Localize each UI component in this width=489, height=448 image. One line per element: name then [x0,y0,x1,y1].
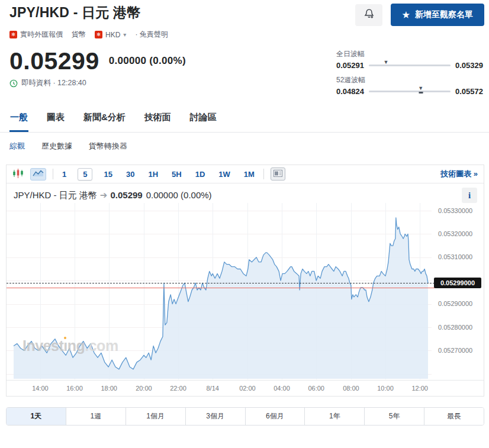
main-tabs: 一般圖表新聞&分析技術面討論區 [0,112,489,133]
price-block: 0.05299 0.00000 (0.00%) 即時資料 · 12:28:40 [9,48,186,96]
tab-新聞&分析[interactable]: 新聞&分析 [83,112,126,132]
x-axis-label: 8/14 [200,385,226,392]
interval-1[interactable]: 1 [60,168,69,181]
header-actions: ★ 新增至觀察名單 [355,4,484,26]
x-axis-label: 22:00 [165,385,191,392]
x-axis-label: 14:00 [27,385,53,392]
y-axis-label: 0.05290000 [438,300,472,307]
x-axis-label: 02:00 [234,385,260,392]
x-axis-label: 18:00 [96,385,122,392]
area-chart-button[interactable] [30,168,46,181]
page-title: JPY/HKD - 日元 港幣 [9,4,141,22]
toolbar-divider [53,169,53,179]
add-to-watchlist-button[interactable]: ★ 新增至觀察名單 [391,4,484,26]
x-axis-label: 04:00 [269,385,295,392]
chevron-down-icon: ▾ [123,31,126,38]
week52-range-bar: ▼ [369,91,451,92]
daily-range-bar: ▼ [369,65,451,66]
timeframe-1週[interactable]: 1週 [66,408,126,425]
week52-range-marker: ▼ [418,86,423,94]
current-price-badge: 0.05299000 [434,278,481,288]
legend-price: 0.05299 [110,190,142,200]
legend-change: 0.00000 (0.00%) [146,190,212,200]
tab-討論區[interactable]: 討論區 [189,112,217,132]
disclaimer-link[interactable]: · 免責聲明 [135,30,168,40]
breadcrumb-realtime[interactable]: ✻ 實時外匯報價 [9,30,63,40]
breadcrumb: ✻ 實時外匯報價 貨幣 ✻ HKD ▾ · 免責聲明 [0,26,489,40]
x-axis-label: 12:00 [407,385,433,392]
x-axis-label: 06:00 [303,385,329,392]
y-axis-label: 0.05280000 [438,324,472,331]
toolbar-divider [263,169,264,179]
y-axis-label: 0.05310000 [438,253,472,260]
candlestick-chart-button[interactable] [12,168,24,181]
arrow-right-icon: ➔ [100,190,108,200]
star-icon: ★ [402,11,410,19]
daily-range-low: 0.05291 [336,61,364,70]
week52-range: 52週波幅 0.04824 ▼ 0.05572 [336,75,483,96]
bell-plus-icon [363,8,375,21]
daily-range: 全日波幅 0.05291 ▼ 0.05329 [336,49,483,70]
interval-buttons: 1515301H5H1D1W1M [60,168,257,181]
interval-1M[interactable]: 1M [242,168,257,181]
investing-watermark: Investıng.com [22,337,118,354]
interval-30[interactable]: 30 [124,168,137,181]
interval-1W[interactable]: 1W [216,168,233,181]
timeframe-最長[interactable]: 最長 [424,408,484,425]
ranges-block: 全日波幅 0.05291 ▼ 0.05329 52週波幅 0.04824 ▼ 0… [336,49,483,96]
interval-15[interactable]: 15 [101,168,114,181]
x-axis-label: 08:00 [338,385,364,392]
create-alert-button[interactable] [355,4,382,26]
subtab-歷史數據[interactable]: 歷史數據 [41,141,72,152]
x-axis-label: 10:00 [372,385,398,392]
hk-flag-icon: ✻ [95,31,102,38]
candlestick-chart-icon [12,168,24,181]
page-header: JPY/HKD - 日元 港幣 ★ 新增至觀察名單 [0,0,489,26]
tab-技術面[interactable]: 技術面 [144,112,172,132]
chart-toolbar: 1515301H5H1D1W1M 技術圖表 » [7,165,484,183]
legend-pair-name: JPY/HKD - 日元 港幣 [14,190,97,200]
timeframe-5年[interactable]: 5年 [364,408,424,425]
chart-plot-area[interactable]: Investıng.com 0.05299000 0.053300000.053… [7,203,484,380]
subtab-貨幣轉換器[interactable]: 貨幣轉換器 [89,141,127,152]
interval-5H[interactable]: 5H [169,168,184,181]
chart-x-axis: 14:0016:0018:0020:0022:008/1402:0004:000… [7,380,484,396]
timeframe-6個月[interactable]: 6個月 [245,408,305,425]
hk-flag-icon: ✻ [9,31,17,38]
interval-1D[interactable]: 1D [193,168,208,181]
quote-section: 0.05299 0.00000 (0.00%) 即時資料 · 12:28:40 … [0,40,489,96]
timeframe-1個月[interactable]: 1個月 [126,408,185,425]
x-axis-label: 20:00 [131,385,157,392]
daily-range-high: 0.05329 [455,61,483,70]
area-chart-icon [33,169,44,179]
tab-一般[interactable]: 一般 [9,112,28,132]
tab-圖表[interactable]: 圖表 [46,112,65,132]
interval-1H[interactable]: 1H [146,168,160,181]
daily-range-marker: ▼ [384,60,389,65]
y-axis-label: 0.05320000 [438,230,472,237]
timeframe-3個月[interactable]: 3個月 [185,408,245,425]
x-axis-label: 16:00 [62,385,88,392]
status-line: 即時資料 · 12:28:40 [9,78,186,88]
last-price: 0.05299 [9,48,99,74]
news-panel-icon [274,170,282,179]
subtab-綜觀[interactable]: 綜觀 [9,141,25,152]
interval-5[interactable]: 5 [78,168,92,181]
prev-close-line [7,288,435,288]
week52-range-high: 0.05572 [455,87,483,96]
currency-selector-hkd[interactable]: ✻ HKD ▾ [95,31,126,39]
current-price-line [7,283,435,283]
clock-icon [9,79,18,88]
chart-legend: JPY/HKD - 日元 港幣➔0.052990.00000 (0.00%) i [7,183,484,203]
timeframe-1天[interactable]: 1天 [7,408,66,425]
technical-chart-link[interactable]: 技術圖表 » [440,169,478,179]
y-axis-label: 0.05270000 [438,347,472,354]
breadcrumb-currency[interactable]: 貨幣 [72,30,86,40]
price-change: 0.00000 (0.00%) [109,55,186,67]
chart-news-button[interactable] [271,167,285,181]
timeframe-1年[interactable]: 1年 [304,408,364,425]
week52-range-low: 0.04824 [336,87,364,96]
chart-widget: 1515301H5H1D1W1M 技術圖表 » JPY/HKD - 日元 港幣➔… [6,165,484,397]
chart-info-button[interactable]: i [462,188,477,203]
y-axis-label: 0.05330000 [438,207,472,214]
